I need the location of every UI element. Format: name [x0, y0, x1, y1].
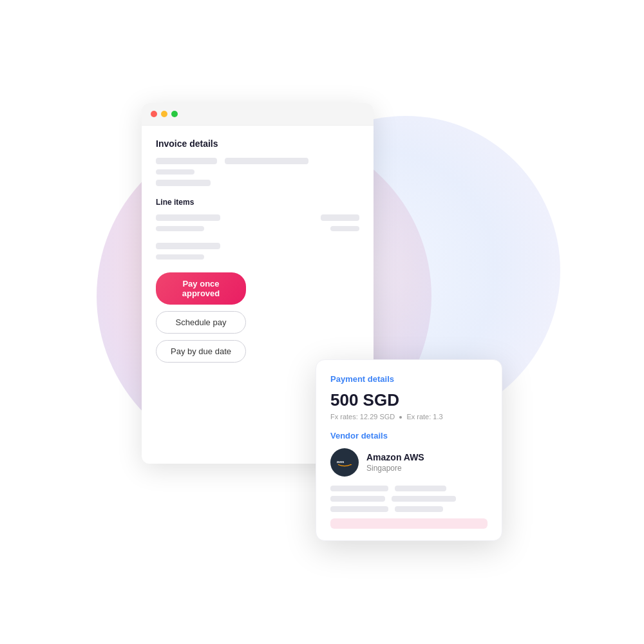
skeleton-block: [156, 214, 220, 221]
dot-red: [151, 111, 157, 117]
skeleton-block: [395, 506, 443, 512]
skeleton-block: [395, 486, 446, 491]
skeleton-block: [392, 496, 456, 502]
dot-green: [171, 111, 178, 117]
line-items-label: Line items: [156, 198, 359, 207]
invoice-body: Invoice details Line items: [142, 126, 374, 375]
skeleton-block: [330, 496, 385, 502]
dot-separator: [399, 416, 402, 419]
skeleton-block: [156, 169, 194, 175]
card-skeleton-row-2: [330, 496, 488, 502]
skeleton-block: [156, 158, 217, 164]
pink-action-bar: [330, 518, 488, 529]
skeleton-row-2: [156, 169, 359, 175]
dot-yellow: [161, 111, 167, 117]
card-skeleton-row-3: [330, 506, 488, 512]
skeleton-row-5: [156, 226, 359, 231]
skeleton-block: [225, 158, 308, 164]
vendor-details-label: Vendor details: [330, 431, 488, 440]
schedule-pay-button[interactable]: Schedule pay: [156, 311, 246, 334]
svg-marker-1: [351, 464, 352, 466]
skeleton-row-6: [156, 243, 359, 249]
payment-details-label: Payment details: [330, 374, 488, 384]
skeleton-block: [330, 226, 359, 231]
vendor-name: Amazon AWS: [366, 452, 424, 462]
skeleton-row-3: [156, 180, 359, 186]
vendor-location: Singapore: [366, 464, 424, 473]
skeleton-row-7: [156, 254, 359, 260]
vendor-logo: aws: [330, 448, 359, 477]
pay-by-due-date-button[interactable]: Pay by due date: [156, 340, 246, 363]
window-titlebar: [142, 103, 374, 126]
skeleton-row-1: [156, 158, 359, 164]
skeleton-row-4: [156, 214, 359, 221]
skeleton-block: [321, 214, 359, 221]
pay-once-approved-button[interactable]: Pay once approved: [156, 272, 246, 305]
card-skeleton-section: [330, 486, 488, 512]
skeleton-block: [330, 486, 388, 491]
invoice-title: Invoice details: [156, 138, 359, 149]
invoice-buttons: Pay once approved Schedule pay Pay by du…: [156, 272, 359, 363]
skeleton-block: [156, 226, 204, 231]
skeleton-block: [156, 254, 204, 260]
skeleton-block: [330, 506, 388, 512]
vendor-row: aws Amazon AWS Singapore: [330, 448, 488, 477]
svg-text:aws: aws: [337, 459, 345, 464]
fx-rates: Fx rates: 12.29 SGD Ex rate: 1.3: [330, 413, 488, 421]
aws-logo-icon: aws: [336, 457, 354, 468]
skeleton-block: [156, 243, 220, 249]
payment-amount: 500 SGD: [330, 390, 488, 410]
vendor-info: Amazon AWS Singapore: [366, 452, 424, 473]
card-skeleton-row-1: [330, 486, 488, 491]
skeleton-block: [156, 180, 211, 186]
scene-container: Invoice details Line items: [142, 103, 502, 541]
payment-card: Payment details 500 SGD Fx rates: 12.29 …: [316, 359, 502, 541]
